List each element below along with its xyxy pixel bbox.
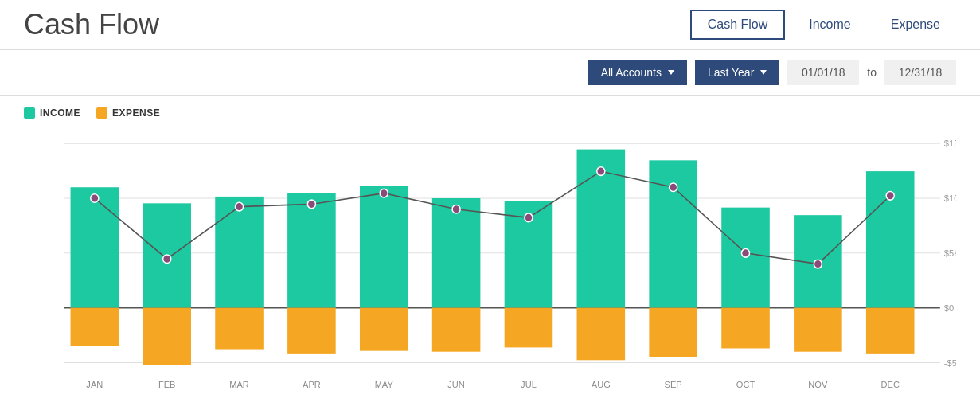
net-dot-sep (670, 183, 677, 192)
tab-expense[interactable]: Expense (875, 11, 956, 38)
bar-expense-jun (432, 308, 481, 352)
svg-text:DEC: DEC (881, 380, 900, 389)
bar-expense-nov (794, 308, 842, 352)
svg-text:$10K: $10K (944, 193, 956, 203)
bar-income-jun (432, 198, 481, 308)
net-dot-oct (741, 249, 749, 258)
bar-income-apr (287, 193, 336, 308)
header-tab-group: Cash Flow Income Expense (690, 10, 956, 40)
svg-text:AUG: AUG (592, 380, 611, 389)
legend-expense-color (96, 107, 107, 119)
toolbar: All Accounts Last Year to (0, 50, 980, 96)
bar-income-mar (215, 197, 264, 308)
bar-expense-apr (287, 308, 336, 354)
net-dot-jan (91, 194, 99, 203)
page-header: Cash Flow Cash Flow Income Expense (0, 0, 980, 50)
svg-text:MAY: MAY (375, 380, 394, 389)
net-dot-aug (597, 167, 605, 176)
legend-income-color (24, 107, 35, 119)
chart-svg: $15K $10K $5K $0 -$5K JAN FEB MAR A (24, 127, 956, 413)
svg-text:FEB: FEB (158, 380, 176, 389)
svg-text:$0: $0 (944, 303, 954, 313)
chart-legend: INCOME EXPENSE (24, 107, 956, 119)
bar-chart: $15K $10K $5K $0 -$5K JAN FEB MAR A (24, 127, 956, 413)
svg-text:$15K: $15K (944, 139, 956, 148)
svg-text:MAR: MAR (229, 380, 249, 389)
svg-text:$5K: $5K (944, 248, 956, 258)
net-dot-nov (814, 260, 822, 268)
period-dropdown-arrow (760, 70, 767, 75)
bar-expense-dec (866, 308, 915, 354)
bar-expense-jul (505, 308, 553, 348)
bar-expense-jan (71, 308, 119, 346)
page-title: Cash Flow (24, 8, 159, 41)
bar-expense-oct (721, 308, 770, 349)
bar-expense-feb (143, 308, 191, 365)
net-dot-dec (886, 192, 894, 201)
net-dot-feb (163, 255, 171, 264)
net-dot-mar (235, 202, 243, 211)
date-from-input[interactable] (787, 60, 859, 85)
bar-income-sep (649, 160, 697, 307)
tab-income[interactable]: Income (793, 11, 866, 38)
svg-text:APR: APR (303, 380, 321, 389)
bar-expense-mar (215, 308, 264, 350)
svg-text:SEP: SEP (665, 380, 682, 389)
chart-area: INCOME EXPENSE $15K $10K $5K $0 -$5K (0, 96, 980, 414)
net-dot-jul (525, 213, 533, 222)
bar-expense-sep (649, 308, 697, 357)
legend-income: INCOME (24, 107, 80, 119)
bar-income-may (360, 186, 408, 308)
svg-text:OCT: OCT (736, 380, 755, 389)
legend-expense: EXPENSE (96, 107, 160, 119)
date-to-input[interactable] (884, 60, 956, 85)
bar-expense-may (360, 308, 408, 351)
accounts-dropdown-arrow (668, 70, 674, 75)
net-dot-apr (307, 200, 315, 209)
svg-text:JUL: JUL (521, 380, 537, 389)
accounts-dropdown[interactable]: All Accounts (588, 60, 687, 85)
svg-text:JUN: JUN (447, 380, 465, 389)
svg-text:NOV: NOV (808, 380, 827, 389)
svg-text:-$5K: -$5K (944, 357, 956, 367)
net-dot-may (380, 189, 388, 197)
svg-text:JAN: JAN (86, 380, 103, 389)
net-dot-jun (452, 205, 460, 213)
period-dropdown[interactable]: Last Year (695, 60, 779, 85)
bar-expense-aug (577, 308, 626, 361)
bar-income-jan (71, 187, 119, 307)
date-to-label: to (867, 66, 877, 79)
tab-cashflow[interactable]: Cash Flow (690, 10, 786, 40)
net-line (95, 171, 890, 264)
